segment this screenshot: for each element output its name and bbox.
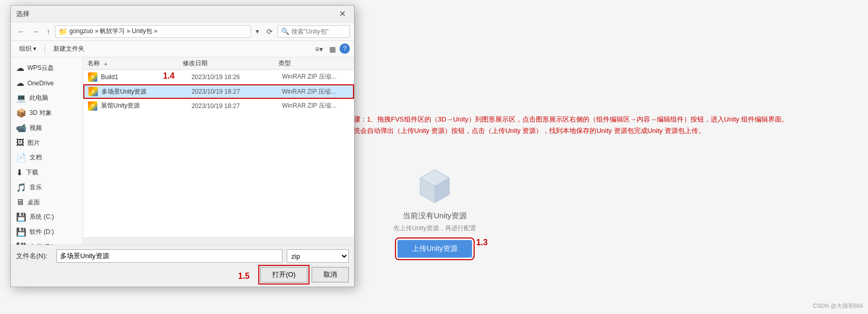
view-icon-button[interactable]: ▦ <box>327 43 339 55</box>
documents-icon: 📄 <box>16 153 26 162</box>
nav-refresh-button[interactable]: ⟳ <box>264 26 275 37</box>
nav-forward-button[interactable]: → <box>30 26 42 37</box>
dialog-close-button[interactable]: ✕ <box>336 8 349 20</box>
col-header-type[interactable]: 类型 <box>278 59 350 68</box>
sidebar-item-desktop[interactable]: 🖥 桌面 <box>11 195 83 210</box>
sidebar-item-onedrive[interactable]: ☁ OneDrive <box>11 76 83 91</box>
breadcrumb-dropdown-button[interactable]: ▾ <box>253 26 262 37</box>
col-header-date[interactable]: 修改日期 <box>183 59 278 68</box>
filelist-header: 名称 ▲ 修改日期 类型 <box>83 57 354 70</box>
sidebar-item-downloads-label: 下载 <box>26 168 38 177</box>
dialog-bottom: 文件名(N): zip 打开(O) 取消 <box>11 245 354 287</box>
sidebar-item-wps[interactable]: ☁ WPS云盘 <box>11 61 83 76</box>
file-date-build1: 2023/10/19 18:26 <box>192 73 282 81</box>
unity-resource-panel: 当前没有Unity资源 先上传Unity资源，再进行配置 上传Unity资源 <box>352 166 518 258</box>
winrar-icon-build1: R <box>88 72 97 82</box>
dialog-navbar: ← → ↑ 📁 gongzuo » 帆软学习 » Unity包 » ▾ ⟳ 🔍 <box>11 22 354 41</box>
upload-unity-resource-button[interactable]: 上传Unity资源 <box>398 240 472 258</box>
sidebar-item-thispc-label: 此电脑 <box>30 94 48 102</box>
sidebar-item-music-label: 音乐 <box>30 183 42 192</box>
computer-icon: 💻 <box>16 93 26 103</box>
file-row-museum[interactable]: R 展馆Unity资源 2023/10/19 18:27 WinRAR ZIP … <box>83 99 354 113</box>
cancel-button[interactable]: 取消 <box>312 267 349 282</box>
music-icon: 🎵 <box>16 183 26 192</box>
search-bar[interactable]: 🔍 <box>277 25 350 38</box>
sidebar-item-3d-label: 3D 对象 <box>30 109 52 117</box>
dialog-sidebar: ☁ WPS云盘 ☁ OneDrive 💻 此电脑 📦 3D 对象 📹 视频 🖼 <box>11 57 83 245</box>
dialog-titlebar: 选择 ✕ <box>11 6 354 22</box>
file-name-museum: 展馆Unity资源 <box>101 101 192 110</box>
sidebar-item-documents[interactable]: 📄 文档 <box>11 150 83 165</box>
no-resource-text: 当前没有Unity资源 <box>352 211 518 221</box>
filetype-select[interactable]: zip <box>287 249 349 263</box>
sidebar-item-downloads[interactable]: ⬇ 下载 <box>11 165 83 180</box>
sidebar-item-onedrive-label: OneDrive <box>27 80 54 87</box>
file-row-multiscene[interactable]: R 多场景Unity资源 2023/10/19 18:27 WinRAR ZIP… <box>83 84 354 99</box>
new-folder-button[interactable]: 新建文件夹 <box>49 43 89 55</box>
csdn-watermark: CSDN @大强哥666 <box>813 302 863 310</box>
col-date-label: 修改日期 <box>183 59 208 67</box>
onedrive-icon: ☁ <box>16 78 24 88</box>
dialog-body: ☁ WPS云盘 ☁ OneDrive 💻 此电脑 📦 3D 对象 📹 视频 🖼 <box>11 57 354 245</box>
breadcrumb-text: gongzuo » 帆软学习 » Unity包 » <box>69 27 157 36</box>
d-drive-icon: 💾 <box>16 227 26 237</box>
sidebar-item-pictures-label: 图片 <box>27 139 40 147</box>
sidebar-item-thispc[interactable]: 💻 此电脑 <box>11 91 83 106</box>
open-button[interactable]: 打开(O) <box>260 267 307 282</box>
file-type-multiscene: WinRAR ZIP 压缩... <box>282 87 349 96</box>
step-label-13: 1.3 <box>476 238 488 247</box>
sidebar-item-c-drive[interactable]: 💾 系统 (C:) <box>11 210 83 225</box>
breadcrumb-bar[interactable]: 📁 gongzuo » 帆软学习 » Unity包 » <box>55 25 251 38</box>
file-icon-build1: R <box>87 72 98 82</box>
nav-up-button[interactable]: ↑ <box>44 26 53 37</box>
sidebar-item-pictures[interactable]: 🖼 图片 <box>11 136 83 150</box>
sidebar-item-music[interactable]: 🎵 音乐 <box>11 180 83 195</box>
dialog-title: 选择 <box>16 9 30 19</box>
dialog-buttons: 打开(O) 取消 <box>16 267 349 282</box>
sidebar-item-desktop-label: 桌面 <box>27 198 40 207</box>
nav-back-button[interactable]: ← <box>15 26 27 37</box>
sidebar-item-videos[interactable]: 📹 视频 <box>11 121 83 136</box>
pictures-icon: 🖼 <box>16 138 24 147</box>
instruction-area: 步骤：1、拖拽FVS组件区的（3D→Unity）到图形展示区，点击图形展示区右侧… <box>347 114 797 137</box>
col-name-label: 名称 <box>87 59 100 67</box>
file-icon-museum: R <box>87 101 98 111</box>
search-input[interactable] <box>291 28 346 35</box>
unity-icon <box>414 166 455 207</box>
view-buttons: ≡▾ ▦ ? <box>313 43 350 55</box>
downloads-icon: ⬇ <box>16 168 23 177</box>
help-button[interactable]: ? <box>340 43 350 54</box>
folder-icon: 📁 <box>58 27 67 36</box>
sidebar-item-d-drive[interactable]: 💾 软件 (D:) <box>11 225 83 240</box>
file-type-museum: WinRAR ZIP 压缩... <box>282 101 350 110</box>
sidebar-item-e-drive[interactable]: 💾 文档 (E:) <box>11 240 83 245</box>
wps-cloud-icon: ☁ <box>16 63 24 73</box>
dialog-filelist: 名称 ▲ 修改日期 类型 R Build1 2023/10/19 18:26 <box>83 57 354 245</box>
file-date-museum: 2023/10/19 18:27 <box>192 102 282 110</box>
toolbar-separator <box>45 44 45 54</box>
file-name-build1: Build1 <box>101 73 192 81</box>
sidebar-item-3dobjects[interactable]: 📦 3D 对象 <box>11 106 83 121</box>
horizontal-scrollbar[interactable] <box>83 237 354 245</box>
file-type-build1: WinRAR ZIP 压缩... <box>282 72 350 81</box>
file-row-build1[interactable]: R Build1 2023/10/19 18:26 WinRAR ZIP 压缩.… <box>83 70 354 84</box>
sort-indicator: ▲ <box>103 61 108 66</box>
step-label-15: 1.5 <box>238 272 249 281</box>
sidebar-item-d-label: 软件 (D:) <box>30 228 54 236</box>
organize-button[interactable]: 组织 ▾ <box>15 43 40 55</box>
c-drive-icon: 💾 <box>16 212 26 222</box>
sidebar-item-c-label: 系统 (C:) <box>30 213 54 221</box>
unity-hint-text: 先上传Unity资源，再进行配置 <box>352 224 518 233</box>
col-header-name[interactable]: 名称 ▲ <box>87 59 183 68</box>
file-date-multiscene: 2023/10/19 18:27 <box>192 88 282 95</box>
sidebar-item-wps-label: WPS云盘 <box>27 64 54 72</box>
dialog-toolbar: 组织 ▾ 新建文件夹 ≡▾ ▦ ? <box>11 41 354 57</box>
col-type-label: 类型 <box>278 59 291 67</box>
sidebar-item-videos-label: 视频 <box>30 124 42 132</box>
video-icon: 📹 <box>16 123 26 133</box>
filename-input[interactable] <box>56 249 283 263</box>
instruction-line2: 系统会自动弹出（上传Unity 资源）按钮，点击（上传Unity 资源），找到本… <box>347 125 797 137</box>
file-name-multiscene: 多场景Unity资源 <box>101 87 192 96</box>
instruction-line1: 步骤：1、拖拽FVS组件区的（3D→Unity）到图形展示区，点击图形展示区右侧… <box>347 114 797 125</box>
view-list-button[interactable]: ≡▾ <box>313 43 326 55</box>
